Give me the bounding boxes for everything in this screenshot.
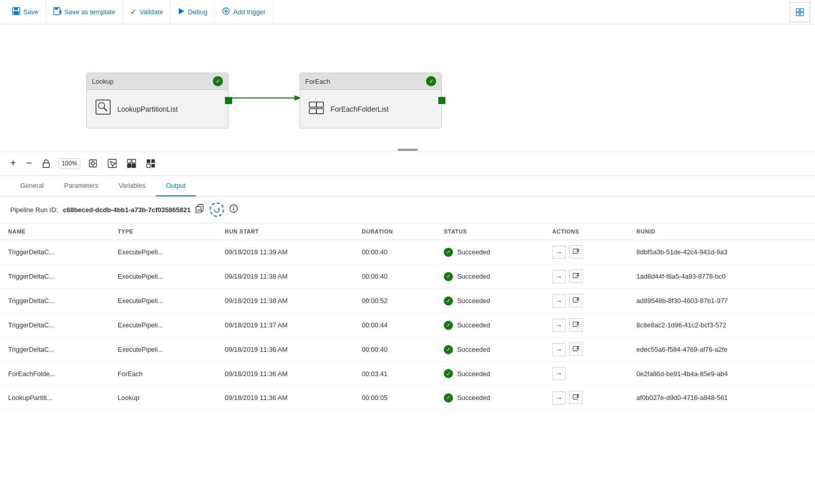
action-navigate-btn-5[interactable]: →	[552, 367, 566, 380]
svg-rect-41	[151, 164, 155, 167]
select-tool-button[interactable]	[106, 157, 119, 170]
output-table: NAME TYPE RUN START DURATION STATUS ACTI…	[0, 223, 815, 410]
table-body: TriggerDeltaC... ExecutePipeli... 09/18/…	[0, 240, 815, 410]
cell-status-5: ✓ Succeeded	[436, 362, 544, 386]
cell-type-5: ForEach	[110, 362, 217, 386]
action-external-btn-0[interactable]	[569, 245, 582, 258]
status-dot-4: ✓	[444, 345, 453, 354]
action-external-btn-6[interactable]	[569, 391, 582, 404]
validate-label: Validate	[140, 8, 163, 16]
cell-name-3: TriggerDeltaC...	[0, 313, 110, 338]
zoom-in-button[interactable]: +	[8, 155, 18, 171]
svg-rect-51	[573, 274, 578, 278]
debug-label: Debug	[188, 8, 207, 16]
add-trigger-button[interactable]: Add trigger	[215, 0, 273, 24]
toolbar-right-btn[interactable]	[790, 2, 810, 22]
table-row: LookupPartiti... Lookup 09/18/2019 11:36…	[0, 386, 815, 410]
svg-rect-49	[573, 249, 578, 254]
svg-line-56	[575, 322, 579, 326]
add-trigger-icon	[222, 7, 230, 17]
debug-button[interactable]: Debug	[171, 0, 215, 24]
action-navigate-btn-4[interactable]: →	[552, 343, 566, 356]
svg-line-60	[575, 395, 579, 398]
lookup-node-label: LookupPartitionList	[117, 105, 178, 113]
svg-point-28	[91, 162, 94, 165]
action-navigate-btn-1[interactable]: →	[552, 270, 566, 283]
info-button[interactable]	[229, 204, 238, 215]
svg-rect-4	[55, 8, 58, 10]
cell-actions-0: →	[544, 240, 629, 264]
action-navigate-btn-3[interactable]: →	[552, 319, 566, 332]
status-text-5: Succeeded	[457, 370, 490, 378]
copy-run-id-button[interactable]: @	[195, 204, 205, 215]
save-template-button[interactable]: Save as template	[46, 0, 123, 24]
tab-output[interactable]: Output	[156, 176, 196, 196]
col-type: TYPE	[110, 223, 217, 240]
action-navigate-btn-0[interactable]: →	[552, 246, 566, 259]
tab-parameters[interactable]: Parameters	[54, 176, 108, 196]
validate-button[interactable]: ✓ Validate	[123, 0, 171, 24]
fit-view-button[interactable]	[86, 157, 100, 170]
multiselect-button[interactable]	[125, 157, 138, 170]
status-text-6: Succeeded	[457, 394, 490, 401]
cell-run-start-2: 09/18/2019 11:38 AM	[217, 289, 354, 313]
cell-actions-4: →	[544, 338, 629, 362]
lookup-success-badge: ✓	[213, 76, 223, 86]
zoom-100-button[interactable]: 100%	[58, 158, 80, 169]
svg-rect-14	[800, 9, 803, 12]
action-external-btn-1[interactable]	[569, 270, 582, 283]
status-text-3: Succeeded	[457, 321, 490, 329]
lookup-node-body: LookupPartitionList	[87, 90, 228, 128]
refresh-button[interactable]	[210, 203, 224, 217]
cell-run-start-5: 09/18/2019 11:36 AM	[217, 362, 354, 386]
foreach-node[interactable]: ForEach ✓ ForEachFolderList	[300, 73, 442, 128]
cell-actions-3: →	[544, 313, 629, 338]
save-template-icon	[53, 7, 61, 17]
svg-rect-38	[147, 159, 150, 163]
run-id-label: Pipeline Run ID:	[10, 206, 58, 214]
cell-status-0: ✓ Succeeded	[436, 240, 544, 264]
cell-name-5: ForEachFolde...	[0, 362, 110, 386]
cell-runid-1: 1ad8d44f-f8a5-4a93-8778-bc0	[628, 264, 815, 289]
svg-rect-36	[127, 164, 131, 167]
svg-marker-9	[179, 8, 184, 14]
cell-run-start-1: 09/18/2019 11:38 AM	[217, 264, 354, 289]
save-button[interactable]: Save	[5, 0, 46, 24]
lookup-node-title: Lookup	[92, 78, 114, 85]
canvas-toolbar: + − 100%	[0, 151, 815, 176]
col-runid: RUNID	[628, 223, 815, 240]
svg-line-50	[575, 249, 579, 253]
status-dot-3: ✓	[444, 321, 453, 330]
lookup-node[interactable]: Lookup ✓ LookupPartitionList	[86, 73, 229, 128]
action-external-btn-2[interactable]	[569, 294, 582, 307]
cell-actions-2: →	[544, 289, 629, 313]
toggle-button[interactable]	[144, 157, 157, 170]
action-navigate-btn-2[interactable]: →	[552, 294, 566, 308]
status-dot-6: ✓	[444, 393, 453, 402]
cell-status-4: ✓ Succeeded	[436, 338, 544, 362]
cell-duration-3: 00:00:44	[354, 313, 436, 338]
action-external-btn-3[interactable]	[569, 318, 582, 331]
cell-status-6: ✓ Succeeded	[436, 386, 544, 410]
foreach-node-title: ForEach	[305, 78, 330, 85]
status-dot-2: ✓	[444, 296, 453, 306]
cell-duration-5: 00:03:41	[354, 362, 436, 386]
panel-divider-handle[interactable]	[398, 149, 418, 151]
svg-point-48	[233, 207, 234, 208]
svg-point-18	[99, 103, 105, 109]
table-row: TriggerDeltaC... ExecutePipeli... 09/18/…	[0, 289, 815, 313]
tab-variables[interactable]: Variables	[108, 176, 155, 196]
svg-rect-37	[132, 164, 136, 167]
action-external-btn-4[interactable]	[569, 343, 582, 356]
toolbar: Save Save as template ✓ Validate Debug	[0, 0, 815, 24]
cell-type-2: ExecutePipeli...	[110, 289, 217, 313]
col-duration: DURATION	[354, 223, 436, 240]
status-dot-0: ✓	[444, 248, 453, 257]
lock-button[interactable]	[40, 157, 52, 170]
action-navigate-btn-6[interactable]: →	[552, 391, 566, 405]
status-dot-5: ✓	[444, 369, 453, 378]
cell-runid-6: af0b027e-d9d0-4716-a848-561	[628, 386, 815, 410]
tab-general[interactable]: General	[10, 176, 54, 196]
cell-runid-3: 8c8e8ac2-1d96-41c2-bcf3-572	[628, 313, 815, 338]
zoom-out-button[interactable]: −	[24, 155, 35, 171]
